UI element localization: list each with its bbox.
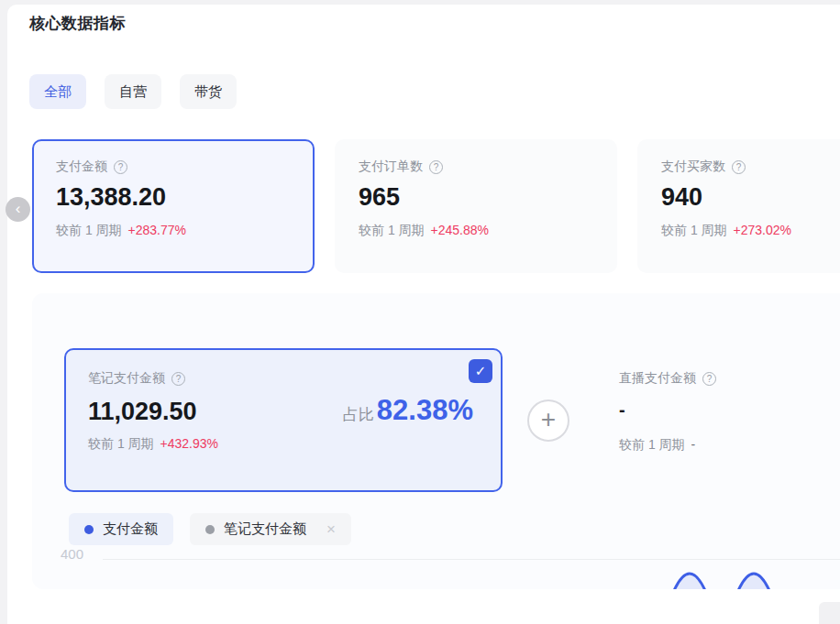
compare-label: 较前 1 周期 <box>359 223 425 239</box>
tab-self-operated[interactable]: 自营 <box>105 74 161 109</box>
legend-chip-note-payment[interactable]: 笔记支付金额 × <box>190 513 351 545</box>
chart-gridline <box>103 559 840 560</box>
core-metrics-panel: 核心数据指标 全部 自营 带货 支付金额 ? 13,388.20 较前 1 周期… <box>7 5 840 624</box>
add-metric-button[interactable]: + <box>527 400 569 442</box>
legend-dot-icon <box>205 525 215 534</box>
sub-card-header: 直播支付金额 ? <box>619 370 840 387</box>
sub-card-header: 笔记支付金额 ? <box>88 370 479 387</box>
metric-compare: 较前 1 周期 +432.93% <box>88 436 479 453</box>
metric-compare: 较前 1 周期 +273.02% <box>661 223 840 239</box>
metric-label: 直播支付金额 <box>619 370 696 387</box>
help-icon[interactable]: ? <box>732 160 746 174</box>
metric-value: - <box>619 400 840 421</box>
metric-compare: 较前 1 周期 - <box>619 437 840 454</box>
sub-card-note-payment[interactable]: ✓ 笔记支付金额 ? 11,029.50 占比 82.38% 较前 1 周期 +… <box>64 348 503 492</box>
chevron-left-icon: ‹ <box>16 201 21 216</box>
compare-label: 较前 1 周期 <box>661 223 727 239</box>
tab-all[interactable]: 全部 <box>29 74 86 109</box>
legend-label: 支付金额 <box>103 520 158 538</box>
metric-card-payment-orders[interactable]: 支付订单数 ? 965 较前 1 周期 +245.88% <box>335 139 617 273</box>
line-chart-peaks <box>642 565 840 589</box>
metric-card-header: 支付订单数 ? <box>359 159 593 175</box>
metric-card-payment-amount[interactable]: 支付金额 ? 13,388.20 较前 1 周期 +283.77% <box>32 139 315 273</box>
metric-card-header: 支付金额 ? <box>56 159 291 175</box>
carousel-scroll-left-button[interactable]: ‹ <box>6 197 30 222</box>
metric-label: 支付金额 <box>56 159 107 175</box>
legend-label: 笔记支付金额 <box>224 520 306 538</box>
plus-icon: + <box>541 407 556 432</box>
help-icon[interactable]: ? <box>171 372 185 386</box>
help-icon[interactable]: ? <box>702 372 716 386</box>
compare-label: 较前 1 周期 <box>619 437 685 454</box>
metric-cards-row: 支付金额 ? 13,388.20 较前 1 周期 +283.77% 支付订单数 … <box>7 139 840 273</box>
chart-y-tick: 400 <box>61 546 83 562</box>
chart-legend: 支付金额 笔记支付金额 × <box>69 513 351 545</box>
change-value: +283.77% <box>128 223 186 237</box>
breakdown-panel: ✓ 笔记支付金额 ? 11,029.50 占比 82.38% 较前 1 周期 +… <box>32 293 840 589</box>
metric-compare: 较前 1 周期 +283.77% <box>56 223 291 239</box>
metric-value: 940 <box>661 183 840 212</box>
metric-value: 965 <box>359 183 593 212</box>
share-group: 占比 82.38% <box>343 394 473 427</box>
corner-widget-cutoff[interactable] <box>819 602 840 624</box>
compare-label: 较前 1 周期 <box>88 436 154 453</box>
metric-card-payment-buyers[interactable]: 支付买家数 ? 940 较前 1 周期 +273.02% <box>637 139 840 273</box>
legend-dot-icon <box>84 525 94 534</box>
change-value: +273.02% <box>734 223 791 237</box>
checkbox-checked-icon[interactable]: ✓ <box>469 359 492 383</box>
tab-affiliate[interactable]: 带货 <box>180 74 237 109</box>
change-value: +432.93% <box>160 436 218 451</box>
page-title: 核心数据指标 <box>29 13 126 34</box>
metric-label: 支付买家数 <box>661 159 725 175</box>
metric-label: 笔记支付金额 <box>88 370 165 387</box>
help-icon[interactable]: ? <box>429 160 443 174</box>
compare-label: 较前 1 周期 <box>56 223 122 239</box>
sub-value-row: 11,029.50 占比 82.38% <box>88 394 479 427</box>
metric-value: 13,388.20 <box>56 183 291 212</box>
close-icon[interactable]: × <box>326 521 336 537</box>
scope-tabs: 全部 自营 带货 <box>29 74 237 109</box>
legend-chip-payment-amount[interactable]: 支付金额 <box>69 513 173 545</box>
change-value: +245.88% <box>431 223 489 237</box>
metric-compare: 较前 1 周期 +245.88% <box>359 223 593 239</box>
sub-card-live-payment[interactable]: 直播支付金额 ? - 较前 1 周期 - <box>594 348 840 492</box>
share-label: 占比 <box>343 404 374 425</box>
share-value: 82.38% <box>377 394 473 427</box>
dashboard-page: 核心数据指标 全部 自营 带货 支付金额 ? 13,388.20 较前 1 周期… <box>0 0 840 624</box>
metric-value: 11,029.50 <box>88 398 197 426</box>
metric-label: 支付订单数 <box>359 159 423 175</box>
metric-card-header: 支付买家数 ? <box>661 159 840 175</box>
help-icon[interactable]: ? <box>114 160 127 174</box>
change-value: - <box>691 437 696 452</box>
